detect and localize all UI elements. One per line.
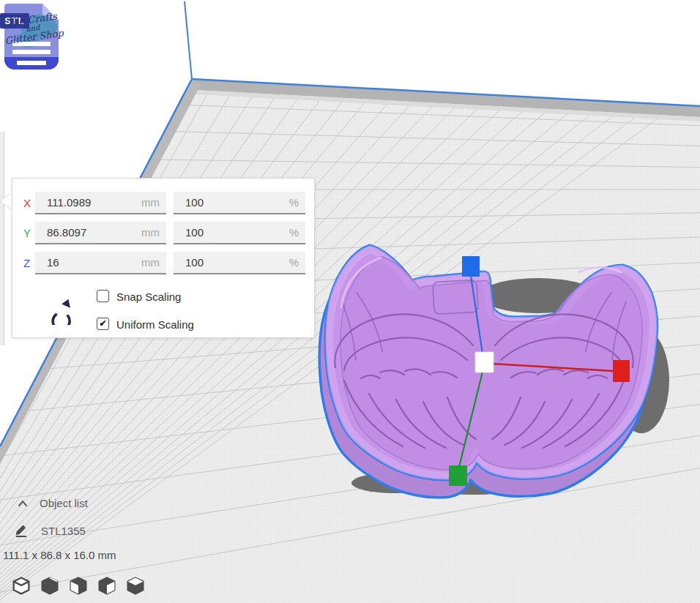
z-size-field[interactable]: mm bbox=[35, 252, 166, 274]
scale-tool-panel: X mm % Y mm % Z mm bbox=[12, 178, 315, 338]
scale-row-y: Y mm % bbox=[12, 222, 314, 244]
scale-row-x: X mm % bbox=[12, 192, 314, 214]
view-3d-button[interactable] bbox=[11, 575, 31, 597]
scale-row-z: Z mm % bbox=[12, 252, 314, 274]
stl-file-watermark-logo: STL The Crafts and Glitter Shop bbox=[0, 1, 67, 72]
chevron-up-icon bbox=[16, 498, 29, 509]
y-percent-field[interactable]: % bbox=[174, 222, 305, 244]
model-dimensions-label: 111.1 x 86.8 x 16.0 mm bbox=[3, 549, 116, 561]
object-list-item[interactable]: STL1355 bbox=[13, 521, 130, 540]
snap-scaling-checkbox[interactable] bbox=[97, 290, 109, 302]
pencil-icon bbox=[13, 521, 30, 538]
x-percent-input[interactable] bbox=[174, 192, 305, 213]
object-list-header[interactable]: Object list bbox=[16, 496, 133, 511]
left-toolbar-edge bbox=[0, 132, 4, 345]
view-top-button[interactable] bbox=[68, 575, 89, 597]
snap-scaling-label: Snap Scaling bbox=[116, 291, 181, 303]
panel-pointer-caret bbox=[1, 193, 11, 209]
uniform-scaling-label: Uniform Scaling bbox=[116, 318, 194, 331]
application-window: X mm % Y mm % Z mm bbox=[0, 0, 700, 603]
object-name: STL1355 bbox=[41, 525, 86, 537]
reset-icon bbox=[49, 296, 75, 325]
scale-handle-z[interactable] bbox=[462, 256, 480, 277]
camera-view-toolbar bbox=[11, 575, 146, 599]
x-size-input[interactable] bbox=[35, 192, 166, 213]
reset-scale-button[interactable] bbox=[49, 296, 75, 325]
z-size-input[interactable] bbox=[35, 252, 166, 273]
cube-right-face-icon bbox=[97, 575, 117, 597]
view-left-button[interactable] bbox=[97, 575, 117, 597]
view-right-button[interactable] bbox=[125, 575, 146, 597]
cube-wireframe-icon bbox=[11, 575, 31, 597]
z-percent-field[interactable]: % bbox=[174, 252, 305, 274]
y-percent-input[interactable] bbox=[174, 222, 305, 243]
cube-left-face-icon bbox=[68, 575, 89, 597]
object-list-title: Object list bbox=[40, 497, 88, 509]
view-front-button[interactable] bbox=[40, 575, 60, 597]
build-volume-vertical-edge bbox=[185, 1, 192, 79]
z-percent-input[interactable] bbox=[174, 252, 305, 273]
scale-handle-y[interactable] bbox=[449, 465, 467, 486]
y-size-input[interactable] bbox=[35, 222, 166, 243]
y-size-field[interactable]: mm bbox=[35, 222, 166, 244]
uniform-scaling-checkbox[interactable]: ✔ bbox=[97, 318, 109, 330]
cube-top-face-icon bbox=[125, 575, 146, 597]
x-percent-field[interactable]: % bbox=[174, 192, 305, 214]
cube-solid-icon bbox=[40, 575, 60, 597]
scale-handle-center[interactable] bbox=[475, 352, 494, 372]
scale-handle-x[interactable] bbox=[613, 360, 630, 382]
x-size-field[interactable]: mm bbox=[35, 192, 166, 214]
